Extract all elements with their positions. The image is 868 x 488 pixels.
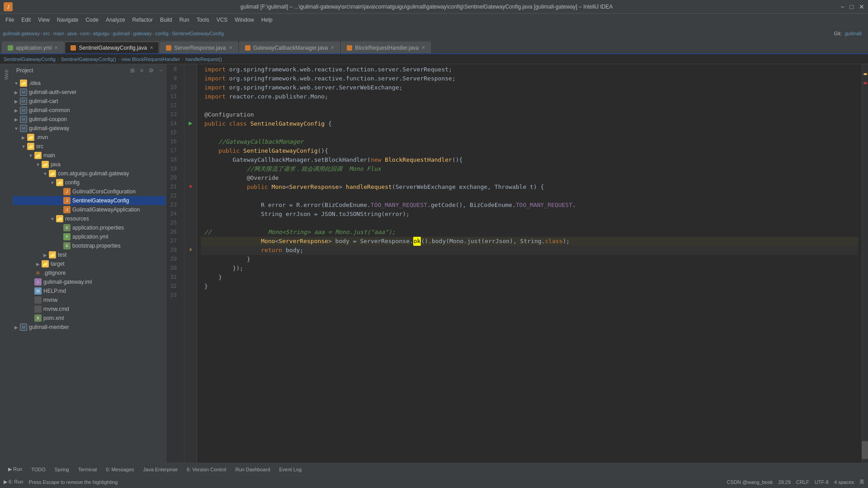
tab-gatewaycallbackmanager-java[interactable]: GatewayCallbackManager.java✕ <box>239 42 340 53</box>
bottom-tab-run[interactable]: ▶ Run <box>4 465 27 473</box>
err-gutter-icon[interactable]: ✱ <box>189 183 192 190</box>
web-strip-item[interactable]: Web <box>1 66 12 83</box>
bottom-tab-terminal[interactable]: Terminal <box>74 466 102 473</box>
code-line-27[interactable]: Mono<ServerResponse> body = ServerRespon… <box>201 237 858 246</box>
menu-tools[interactable]: Tools <box>193 15 213 25</box>
nav-path-item-7[interactable]: gateway <box>133 31 152 36</box>
code-line-22[interactable] <box>201 192 858 201</box>
sidebar-item-19[interactable]: ▶📁test <box>13 250 166 259</box>
warn-gutter-icon[interactable]: ⚡ <box>189 246 192 253</box>
gutter-21[interactable]: ✱ <box>184 182 197 191</box>
tab-close-ServerResponse.java[interactable]: ✕ <box>229 45 232 50</box>
tab-sentinelgatewayconfig-java[interactable]: SentinelGatewayConfig.java✕ <box>65 42 159 53</box>
sidebar-item-18[interactable]: Xbootstrap.properties <box>13 241 166 250</box>
maximize-btn[interactable]: □ <box>850 3 854 10</box>
nav-path-item-1[interactable]: src <box>43 31 50 36</box>
minimize-btn[interactable]: − <box>840 3 844 10</box>
bottom-tab-run-dashboard[interactable]: Run Dashboard <box>231 466 274 473</box>
code-line-16[interactable]: //GatewayCallbackManager <box>201 137 858 146</box>
tab-close-BlockRequestHandler.java[interactable]: ✕ <box>421 45 425 50</box>
tab-close-SentinelGatewayConfig.java[interactable]: ✕ <box>150 45 153 50</box>
sidebar-item-17[interactable]: Yapplication.yml <box>13 232 166 241</box>
code-line-30[interactable]: }); <box>201 264 858 273</box>
sidebar-item-13[interactable]: JSentinelGatewayConfig <box>13 196 166 205</box>
sidebar-item-12[interactable]: JGulimallCorsConfiguration <box>13 187 166 196</box>
sidebar-item-25[interactable]: ·mvnw.cmd <box>13 305 166 314</box>
code-line-10[interactable]: import org.springframework.web.server.Se… <box>201 83 858 92</box>
bottom-tab-event-log[interactable]: Event Log <box>275 466 307 473</box>
tab-application-yml[interactable]: application.yml✕ <box>2 42 64 53</box>
nav-path-item-3[interactable]: java <box>67 31 76 36</box>
sidebar-item-20[interactable]: ▶📁target <box>13 259 166 268</box>
code-line-29[interactable]: } <box>201 255 858 264</box>
status-run-btn[interactable]: ▶ 6: Run <box>4 479 23 485</box>
sidebar-item-0[interactable]: ▼📁.idea <box>13 79 166 88</box>
code-line-31[interactable]: } <box>201 273 858 282</box>
code-line-25[interactable] <box>201 219 858 228</box>
right-scrollbar[interactable] <box>862 64 868 463</box>
code-line-32[interactable]: } <box>201 282 858 291</box>
code-line-33[interactable] <box>201 291 858 300</box>
nav-path-item-0[interactable]: gulimall-gateway <box>3 31 40 36</box>
breadcrumb-item-0[interactable]: SentinelGatewayConfig <box>4 56 56 62</box>
nav-path-item-2[interactable]: main <box>53 31 64 36</box>
menu-refactor[interactable]: Refactor <box>129 15 156 25</box>
git-branch[interactable]: gulimall <box>845 31 862 36</box>
status-crlf[interactable]: CRLF <box>796 479 809 485</box>
sidebar-close-icon[interactable]: − <box>159 67 162 74</box>
sidebar-item-8[interactable]: ▼📁main <box>13 151 166 160</box>
breadcrumb-item-1[interactable]: SentinelGatewayConfig() <box>61 56 116 62</box>
menu-edit[interactable]: Edit <box>18 15 34 25</box>
sidebar-item-1[interactable]: ▶Mgulimall-auth-server <box>13 88 166 97</box>
status-position[interactable]: 28:29 <box>778 479 791 485</box>
tab-serverresponse-java[interactable]: ServerResponse.java✕ <box>160 42 238 53</box>
menu-run[interactable]: Run <box>176 15 193 25</box>
run-gutter-icon[interactable]: ▶ <box>189 119 192 127</box>
menu-window[interactable]: Window <box>231 15 258 25</box>
menu-view[interactable]: View <box>34 15 53 25</box>
bottom-tab-version-control[interactable]: 6: Version Control <box>182 466 231 473</box>
menu-vcs[interactable]: VCS <box>213 15 231 25</box>
menu-file[interactable]: File <box>2 15 18 25</box>
code-line-21[interactable]: public Mono<ServerResponse> handleReques… <box>201 183 858 192</box>
sidebar-item-21[interactable]: ⊠.gitignore <box>13 268 166 277</box>
sidebar-item-11[interactable]: ▼📁config <box>13 178 166 187</box>
code-line-12[interactable] <box>201 101 858 110</box>
nav-path-item-4[interactable]: com <box>80 31 90 36</box>
code-line-11[interactable]: import reactor.core.publisher.Mono; <box>201 92 858 101</box>
sidebar-item-7[interactable]: ▼📁src <box>13 142 166 151</box>
close-btn[interactable]: ✕ <box>859 3 864 10</box>
sidebar-item-24[interactable]: ·mvnw <box>13 296 166 305</box>
code-line-24[interactable]: String errJson = JSON.toJSONString(error… <box>201 210 858 219</box>
sidebar-item-10[interactable]: ▼📁com.atguigu.gulimall.gateway <box>13 169 166 178</box>
code-content[interactable]: import org.springframework.web.reactive.… <box>197 64 862 463</box>
menu-analyze[interactable]: Analyze <box>102 15 129 25</box>
nav-path-item-5[interactable]: atguigu <box>93 31 109 36</box>
code-line-23[interactable]: R error = R.error(BizCodeEnume.TOO_MANY_… <box>201 201 858 210</box>
bottom-tab-todo[interactable]: TODO <box>27 466 50 473</box>
tab-close-application.yml[interactable]: ✕ <box>54 45 58 50</box>
code-line-18[interactable]: GatewayCallbackManager.setBlockHandler(n… <box>201 155 858 164</box>
sidebar-item-22[interactable]: Igulimall-gateway.iml <box>13 277 166 286</box>
sidebar-item-15[interactable]: ▼📁resources <box>13 214 166 223</box>
menu-code[interactable]: Code <box>82 15 102 25</box>
code-line-8[interactable]: import org.springframework.web.reactive.… <box>201 65 858 74</box>
sidebar-item-14[interactable]: JGulimallGatewayApplication <box>13 205 166 214</box>
bottom-tab-java-enterprise[interactable]: Java Enterprise <box>139 466 182 473</box>
code-line-20[interactable]: @Override <box>201 174 858 183</box>
tab-blockrequesthandler-java[interactable]: BlockRequestHandler.java✕ <box>341 42 431 53</box>
nav-path-item-8[interactable]: config <box>155 31 168 36</box>
menu-navigate[interactable]: Navigate <box>53 15 82 25</box>
sidebar-item-23[interactable]: MHELP.md <box>13 286 166 296</box>
sidebar-item-4[interactable]: ▶Mgulimall-coupon <box>13 115 166 124</box>
code-line-9[interactable]: import org.springframework.web.reactive.… <box>201 74 858 83</box>
bottom-tab-messages[interactable]: 0: Messages <box>101 466 138 473</box>
code-line-17[interactable]: public SentinelGatewayConfig(){ <box>201 146 858 155</box>
sidebar-item-3[interactable]: ▶Mgulimall-common <box>13 106 166 115</box>
sidebar-expand-icon[interactable]: ⊞ <box>130 67 135 74</box>
menu-build[interactable]: Build <box>156 15 176 25</box>
status-indent[interactable]: 4 spaces <box>834 479 854 485</box>
sidebar-item-26[interactable]: Xpom.xml <box>13 314 166 323</box>
code-line-26[interactable]: // Mono<String> aaa = Mono.just("aaa"); <box>201 228 858 237</box>
breadcrumb-item-3[interactable]: handleRequest() <box>185 56 222 62</box>
